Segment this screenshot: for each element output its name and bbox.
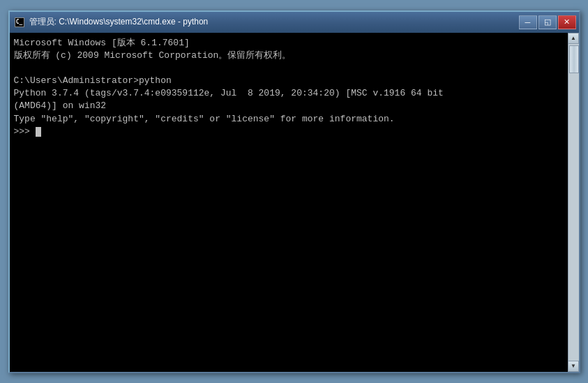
cmd-icon: C_ [15,17,24,27]
title-bar: C_ 管理员: C:\Windows\system32\cmd.exe - py… [10,12,579,33]
terminal-content[interactable]: Microsoft Windows [版本 6.1.7601] 版权所有 (c)… [10,33,568,372]
close-icon: ✕ [564,17,570,27]
cmd-icon-container: C_ [14,17,25,28]
restore-button[interactable]: ◱ [538,15,557,29]
window-title: 管理员: C:\Windows\system32\cmd.exe - pytho… [29,16,209,28]
terminal-prompt: >>> [14,126,36,137]
terminal-line1: Microsoft Windows [版本 6.1.7601] [14,38,190,48]
scroll-down-button[interactable]: ▼ [568,361,579,372]
terminal-line4: C:\Users\Administrator>python [14,75,172,86]
scroll-track[interactable] [568,44,579,361]
terminal-line7: Type "help", "copyright", "credits" or "… [14,114,395,124]
restore-icon: ◱ [544,17,551,27]
minimize-button[interactable]: ─ [519,15,537,29]
scrollbar: ▲ ▼ [568,33,579,372]
cmd-window: C_ 管理员: C:\Windows\system32\cmd.exe - py… [8,10,580,373]
close-button[interactable]: ✕ [558,15,576,29]
terminal-cursor [36,127,41,137]
terminal-line5: Python 3.7.4 (tags/v3.7.4:e09359112e, Ju… [14,88,444,98]
window-body: Microsoft Windows [版本 6.1.7601] 版权所有 (c)… [10,33,579,372]
scroll-up-button[interactable]: ▲ [568,33,579,44]
title-bar-buttons: ─ ◱ ✕ [519,15,576,29]
terminal-line6: (AMD64)] on win32 [14,100,107,111]
scroll-thumb[interactable] [569,45,579,73]
terminal-line2: 版权所有 (c) 2009 Microsoft Corporation。保留所有… [14,50,292,61]
minimize-icon: ─ [525,18,531,27]
title-bar-left: C_ 管理员: C:\Windows\system32\cmd.exe - py… [14,16,209,28]
